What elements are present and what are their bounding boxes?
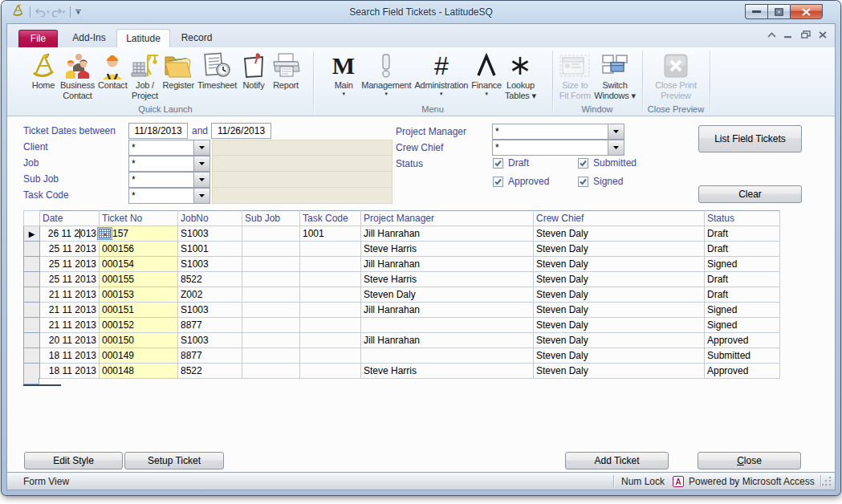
- grid-column-header[interactable]: Date: [40, 211, 100, 226]
- sub-job-cell[interactable]: [242, 364, 300, 379]
- sub-job-cell[interactable]: [242, 348, 300, 364]
- task-code-cell[interactable]: [300, 257, 361, 272]
- status-cell[interactable]: Signed: [705, 318, 780, 333]
- sub-job-cell[interactable]: [242, 242, 300, 257]
- sub-job-cell[interactable]: [242, 257, 300, 272]
- status-cell[interactable]: Signed: [705, 303, 780, 318]
- job-no-cell[interactable]: 8522: [178, 364, 242, 379]
- crew-chief-cell[interactable]: Steven Daly: [534, 333, 705, 348]
- sub-job-cell[interactable]: [242, 226, 300, 242]
- ribbon-button-finance[interactable]: Finance▼: [470, 49, 503, 101]
- ribbon-button-notify[interactable]: Notify: [238, 49, 269, 101]
- tab-latitude[interactable]: Latitude: [116, 29, 170, 47]
- taskcode-combo[interactable]: *: [128, 188, 210, 204]
- job-no-cell[interactable]: 8877: [178, 318, 242, 333]
- task-code-cell[interactable]: [300, 272, 361, 287]
- crew-chief-cell[interactable]: Steven Daly: [534, 242, 705, 257]
- status-cell[interactable]: Approved: [705, 364, 780, 379]
- ribbon-button-main[interactable]: MMain▼: [327, 49, 360, 101]
- task-code-cell[interactable]: [300, 318, 361, 333]
- grid-column-header[interactable]: Crew Chief: [534, 211, 705, 226]
- sub-job-cell[interactable]: [242, 318, 300, 333]
- ribbon-button-contact[interactable]: Contact: [96, 49, 129, 101]
- task-code-cell[interactable]: [300, 242, 361, 257]
- client-combo[interactable]: *: [128, 140, 210, 156]
- job-no-cell[interactable]: Z002: [178, 287, 242, 303]
- record-selector[interactable]: [24, 318, 40, 333]
- ticket-no-cell[interactable]: 000154: [100, 257, 178, 272]
- task-code-cell[interactable]: 1001: [300, 226, 361, 242]
- status-cell[interactable]: Draft: [705, 242, 780, 257]
- grid-column-header[interactable]: Status: [705, 211, 780, 226]
- task-code-cell[interactable]: [300, 364, 361, 379]
- grid-column-header[interactable]: Ticket No: [100, 211, 178, 226]
- date-cell[interactable]: 18 11 2013: [40, 364, 100, 379]
- setup-ticket-button[interactable]: Setup Ticket: [124, 452, 224, 469]
- minimize-button[interactable]: [745, 4, 767, 19]
- crew-chief-cell[interactable]: Steven Daly: [534, 287, 705, 303]
- resize-grip[interactable]: [822, 477, 832, 487]
- record-selector[interactable]: [24, 303, 40, 318]
- date-cell[interactable]: 21 11 2013: [40, 318, 100, 333]
- ticket-no-cell[interactable]: 000150: [100, 333, 178, 348]
- project-manager-cell[interactable]: Jill Hanrahan: [361, 226, 534, 242]
- status-cell[interactable]: Draft: [705, 272, 780, 287]
- job-no-cell[interactable]: S1001: [178, 242, 242, 257]
- project-manager-combo[interactable]: *: [492, 124, 624, 140]
- record-selector[interactable]: [24, 287, 40, 303]
- date-to-input[interactable]: 11/26/2013: [211, 123, 271, 139]
- status-checkbox-submitted[interactable]: Submitted: [578, 157, 637, 169]
- project-manager-cell[interactable]: Jill Hanrahan: [361, 333, 534, 348]
- task-code-cell[interactable]: [300, 348, 361, 364]
- current-record-selector[interactable]: ▶: [24, 226, 40, 242]
- crew-chief-cell[interactable]: Steven Daly: [534, 364, 705, 379]
- date-from-input[interactable]: 11/18/2013: [128, 123, 188, 139]
- ticket-no-cell[interactable]: 000149: [100, 348, 178, 364]
- date-picker-icon[interactable]: [97, 227, 112, 243]
- status-cell[interactable]: Signed: [705, 257, 780, 272]
- date-cell[interactable]: 21 11 2013: [40, 287, 100, 303]
- job-no-cell[interactable]: S1003: [178, 303, 242, 318]
- ticket-no-cell[interactable]: 000155: [100, 272, 178, 287]
- task-code-cell[interactable]: [300, 287, 361, 303]
- ribbon-button-report[interactable]: Report: [269, 49, 303, 101]
- record-selector[interactable]: [24, 333, 40, 348]
- ribbon-button-business-contact[interactable]: Business Contact: [59, 49, 96, 101]
- record-selector[interactable]: [24, 242, 40, 257]
- grid-column-header[interactable]: Task Code: [300, 211, 361, 226]
- status-checkbox-draft[interactable]: Draft: [493, 157, 529, 169]
- status-cell[interactable]: Draft: [705, 226, 780, 242]
- crew-chief-cell[interactable]: Steven Daly: [534, 318, 705, 333]
- sub-job-cell[interactable]: [242, 287, 300, 303]
- status-checkbox-signed[interactable]: Signed: [578, 176, 623, 187]
- ribbon-button-administration[interactable]: #Administration▼: [413, 49, 470, 101]
- ticket-no-cell[interactable]: 000148: [100, 364, 178, 379]
- date-cell[interactable]: 18 11 2013: [40, 348, 100, 364]
- date-cell[interactable]: 21 11 2013: [40, 303, 100, 318]
- ribbon-button-switch-windows[interactable]: Switch Windows ▾: [592, 49, 637, 101]
- grid-column-header[interactable]: Project Manager: [361, 211, 534, 226]
- mdi-close-icon[interactable]: [819, 31, 827, 39]
- crew-chief-cell[interactable]: Steven Daly: [534, 226, 705, 242]
- mdi-restore-icon[interactable]: [801, 30, 811, 39]
- ribbon-button-home[interactable]: Home: [28, 49, 59, 101]
- ribbon-button-lookup-tables[interactable]: Lookup Tables ▾: [503, 49, 538, 101]
- date-cell[interactable]: 25 11 2013: [40, 272, 100, 287]
- crew-chief-cell[interactable]: Steven Daly: [534, 303, 705, 318]
- date-cell[interactable]: 25 11 2013: [40, 257, 100, 272]
- sub-job-cell[interactable]: [242, 272, 300, 287]
- project-manager-cell[interactable]: Steve Harris: [361, 242, 534, 257]
- edit-style-button[interactable]: Edit Style: [24, 452, 123, 469]
- grid-column-header[interactable]: JobNo: [178, 211, 242, 226]
- ticket-no-cell[interactable]: 000153: [100, 287, 178, 303]
- maximize-button[interactable]: [767, 4, 790, 19]
- date-cell[interactable]: 20 11 2013: [40, 333, 100, 348]
- job-no-cell[interactable]: S1003: [178, 333, 242, 348]
- ribbon-button-register[interactable]: Register: [161, 49, 196, 101]
- date-cell[interactable]: 25 11 2013: [40, 242, 100, 257]
- project-manager-cell[interactable]: Jill Hanrahan: [361, 303, 534, 318]
- grid-column-header[interactable]: Sub Job: [242, 211, 300, 226]
- status-checkbox-approved[interactable]: Approved: [493, 176, 549, 187]
- job-no-cell[interactable]: S1003: [178, 257, 242, 272]
- close-form-button[interactable]: Close: [698, 452, 801, 469]
